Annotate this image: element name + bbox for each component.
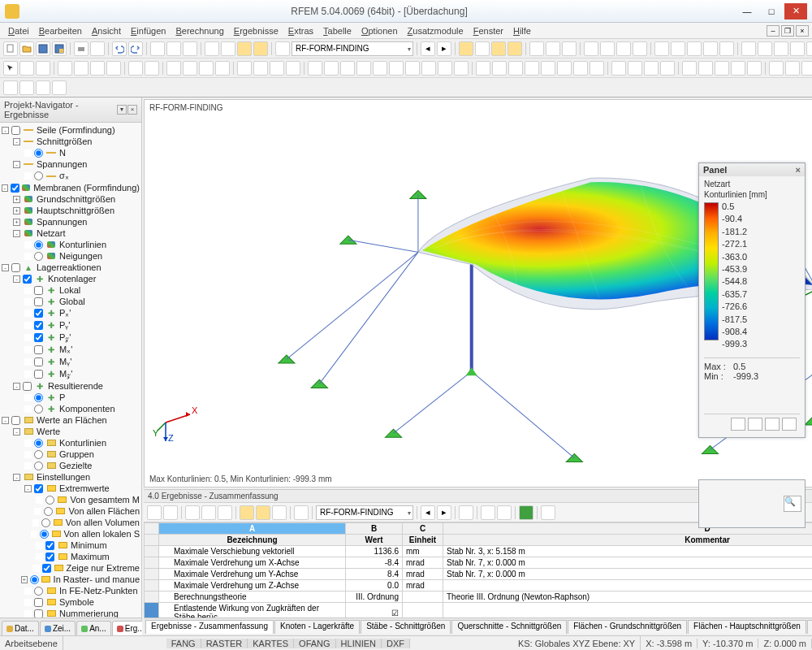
snap-hlinien[interactable]: HLINIEN xyxy=(336,639,382,648)
tb2-g[interactable] xyxy=(128,61,143,76)
tb2-t[interactable] xyxy=(356,61,371,76)
tb2-n[interactable] xyxy=(253,61,268,76)
tb-ab[interactable] xyxy=(790,41,805,56)
tree-item[interactable]: -✚Knotenlager xyxy=(2,273,140,284)
rt-m[interactable] xyxy=(541,505,555,520)
tb3-b[interactable] xyxy=(19,80,34,95)
tb2-p[interactable] xyxy=(286,61,300,76)
results-tab[interactable]: Stäbe - Schnittgrößen xyxy=(361,620,451,634)
undo-button[interactable] xyxy=(112,41,127,56)
tb2-ad[interactable] xyxy=(525,61,539,76)
tb2-an[interactable] xyxy=(698,61,713,76)
tree-item[interactable]: Symbole xyxy=(2,596,140,608)
rt-e[interactable] xyxy=(218,505,232,520)
tree-item[interactable]: ✚Mₓ' xyxy=(2,344,140,356)
tb2-y[interactable] xyxy=(438,61,452,76)
nav-close-button[interactable]: × xyxy=(127,105,137,115)
tb-p[interactable] xyxy=(584,41,598,56)
menu-ergebnisse[interactable]: Ergebnisse xyxy=(229,24,283,37)
tb-d[interactable] xyxy=(205,41,219,56)
nav-pin-button[interactable]: ▾ xyxy=(117,105,127,115)
tb-z[interactable] xyxy=(758,41,772,56)
tb-v[interactable] xyxy=(687,41,702,56)
menu-berechnung[interactable]: Berechnung xyxy=(171,24,228,37)
tb2-ah[interactable] xyxy=(590,61,604,76)
panel-title-bar[interactable]: Panel × xyxy=(699,163,805,176)
tree-item[interactable]: ✚P𝓏' xyxy=(2,332,140,344)
tree-item[interactable]: Von allen Flächen xyxy=(2,505,140,517)
panel-btn-1[interactable] xyxy=(731,418,745,431)
tb2-r[interactable] xyxy=(324,61,339,76)
tb2-aj[interactable] xyxy=(628,61,642,76)
tree-item[interactable]: -Seile (Formfindung) xyxy=(2,124,140,136)
results-grid[interactable]: ABCDBezeichnungWertEinheitKommentarMaxim… xyxy=(144,522,812,618)
results-tab[interactable]: Querschnitte - Schnittgrößen xyxy=(451,620,567,634)
rt-excel[interactable] xyxy=(519,505,533,520)
panel-btn-3[interactable] xyxy=(765,418,780,431)
tb-i[interactable] xyxy=(459,41,473,56)
tree-item[interactable]: -Spannungen xyxy=(2,158,140,170)
tb2-ag[interactable] xyxy=(573,61,588,76)
select-button[interactable] xyxy=(3,61,18,76)
tb2-ar[interactable] xyxy=(769,61,784,76)
tb2-a[interactable] xyxy=(19,61,34,76)
menu-tabelle[interactable]: Tabelle xyxy=(318,24,356,37)
tb2-i[interactable] xyxy=(166,61,181,76)
tb-b[interactable] xyxy=(166,41,181,56)
mdi-close-button[interactable]: × xyxy=(796,25,809,37)
tree-item[interactable]: -Schnittgrößen xyxy=(2,136,140,147)
tb2-j[interactable] xyxy=(183,61,197,76)
results-tab[interactable]: Ergebnisse - Zusammenfassung xyxy=(145,620,274,634)
tb2-ab[interactable] xyxy=(492,61,507,76)
loadcase-combo[interactable]: RF-FORM-FINDING xyxy=(292,41,413,56)
rt-a[interactable] xyxy=(147,505,162,520)
tb-a[interactable] xyxy=(150,41,165,56)
tb2-ai[interactable] xyxy=(611,61,626,76)
tree-item[interactable]: Maximum xyxy=(2,551,140,562)
tb2-o[interactable] xyxy=(270,61,284,76)
tb2-aa[interactable] xyxy=(476,61,490,76)
tree-item[interactable]: -✚Resultierende xyxy=(2,380,140,392)
tb2-e[interactable] xyxy=(90,61,105,76)
rt-next[interactable]: ▸ xyxy=(437,505,451,520)
tree-item[interactable]: Neigungen xyxy=(2,250,140,262)
tb2-ae[interactable] xyxy=(541,61,555,76)
tb-o[interactable] xyxy=(562,41,577,56)
saveas-button[interactable] xyxy=(52,41,67,56)
tb2-ap[interactable] xyxy=(731,61,745,76)
tree-item[interactable]: +Hauptschnittgrößen xyxy=(2,205,140,216)
tree-item[interactable]: Gruppen xyxy=(2,448,140,460)
nav-tab[interactable]: An... xyxy=(76,621,111,635)
tree-item[interactable]: +In Raster- und manue xyxy=(2,574,140,585)
tree-item[interactable]: ✚Komponenten xyxy=(2,403,140,414)
tree-item[interactable]: -Einstellungen xyxy=(2,471,140,483)
menu-ansicht[interactable]: Ansicht xyxy=(87,24,126,37)
tree-item[interactable]: Zeige nur Extreme xyxy=(2,562,140,574)
tree-item[interactable]: ✚Lokal xyxy=(2,284,140,296)
tb2-at[interactable] xyxy=(801,61,812,76)
tree-item[interactable]: +Spannungen xyxy=(2,216,140,228)
tb3-c[interactable] xyxy=(36,80,50,95)
next-button[interactable]: ▸ xyxy=(437,41,451,56)
tree-item[interactable]: σₓ xyxy=(2,170,140,182)
tree-item[interactable]: N xyxy=(2,147,140,158)
tb-e[interactable] xyxy=(221,41,235,56)
tb2-ao[interactable] xyxy=(715,61,729,76)
tree-item[interactable]: ✚Global xyxy=(2,296,140,307)
menu-extras[interactable]: Extras xyxy=(283,24,318,37)
tree-item[interactable]: ✚P xyxy=(2,392,140,403)
nav-tab[interactable]: Dat... xyxy=(2,621,39,635)
results-loadcase-combo[interactable]: RF-FORM-FINDING xyxy=(316,505,413,520)
menu-datei[interactable]: Datei xyxy=(3,24,34,37)
redo-button[interactable] xyxy=(128,41,143,56)
tb-aa[interactable] xyxy=(774,41,788,56)
rt-k[interactable] xyxy=(481,505,495,520)
mdi-minimize-button[interactable]: – xyxy=(767,25,780,37)
tb-l[interactable] xyxy=(508,41,522,56)
snap-raster[interactable]: RASTER xyxy=(201,639,248,648)
tb2-af[interactable] xyxy=(557,61,572,76)
rt-l[interactable] xyxy=(497,505,512,520)
tb-q[interactable] xyxy=(600,41,615,56)
tb2-al[interactable] xyxy=(660,61,675,76)
tree-item[interactable]: -Werte an Flächen xyxy=(2,414,140,426)
